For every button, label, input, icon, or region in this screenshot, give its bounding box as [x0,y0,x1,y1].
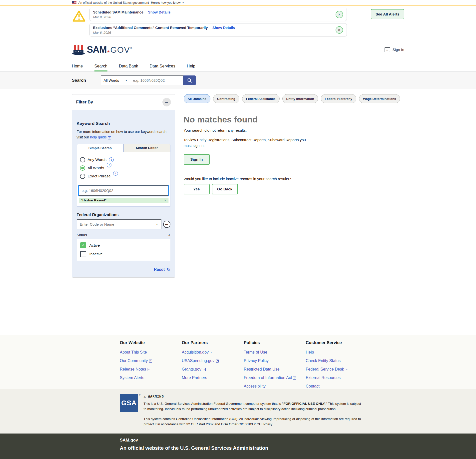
footer-link-our-community[interactable]: Our Community↗ [120,358,182,363]
search-band-label: Search [72,78,101,83]
footer-link-release-notes[interactable]: Release Notes↗ [120,367,182,372]
domain-tab-entity-information[interactable]: Entity Information [282,94,318,103]
alert-show-details-link[interactable]: Show Details [212,26,235,30]
radio-all-words-label: All Words [88,166,104,170]
no-results-message: Your search did not return any results. [184,128,404,132]
domain-tab-all-domains[interactable]: All Domains [184,94,210,103]
footer-link-restricted-data-use[interactable]: Restricted Data Use [244,367,306,372]
footer-link-grants-gov[interactable]: Grants.gov↗ [182,367,244,372]
help-guide-link[interactable]: help guide [90,135,107,139]
search-mode-select[interactable]: All Words ▼ [101,75,130,85]
see-all-alerts-button[interactable]: See All Alerts [371,9,404,19]
site-bottom-bar: SAM.gov An official website of the U.S. … [0,434,476,459]
footer-link-help[interactable]: Help [306,350,368,355]
footer-link-system-alerts[interactable]: System Alerts [120,375,182,380]
search-input[interactable] [130,75,183,85]
filter-panel-title: Filter By [76,100,93,105]
footer-column-title: Our Partners [182,340,244,345]
alert-card: Exclusions “Additional Comments” Content… [89,23,347,36]
sign-in-required-message: To view Entity Registrations, Subcontrac… [184,137,309,149]
results-sign-in-button[interactable]: Sign In [184,154,210,165]
keyword-search-title: Keyword Search [77,121,170,126]
keyword-input[interactable] [79,185,168,196]
footer-link-accessibility[interactable]: Accessibility [244,384,306,389]
close-icon[interactable]: × [336,26,343,34]
external-link-icon: ↗ [210,351,213,354]
yes-button[interactable]: Yes [184,184,210,194]
chevron-up-icon: ∧ [168,233,170,237]
banner-how-link[interactable]: Here's how you know [151,1,180,4]
radio-exact-phrase[interactable] [80,174,85,179]
nav-item-data-bank[interactable]: Data Bank [119,61,138,71]
alert-title: Scheduled SAM Maintenance [93,10,143,14]
alert-date: Mar 6, 2026 [93,31,235,34]
bottom-tagline: An official website of the U.S. General … [120,445,404,451]
footer-column-policies: Policies Terms of Use Privacy Policy Res… [244,340,306,392]
us-flag-icon [72,1,76,4]
header-sign-in-link[interactable]: ← Sign In [385,47,404,52]
footer-link-external-resources[interactable]: External Resources [306,375,368,380]
main-content: Filter By – Keyword Search For more info… [0,89,476,335]
go-back-button[interactable]: Go Back [212,184,238,194]
status-options: ✓ Active Inactive [77,239,170,261]
registered-mark: ® [130,47,132,50]
gsa-logo[interactable]: GSA ® [120,394,138,412]
nav-item-search[interactable]: Search [94,61,107,71]
sam-gov-logo[interactable]: SAM ★ GOV ® [72,44,132,55]
external-link-icon: ↗ [345,368,348,371]
checkbox-inactive[interactable] [80,251,86,257]
reset-filters-link[interactable]: Reset ↻ [77,267,170,272]
nav-item-data-services[interactable]: Data Services [150,61,175,71]
domain-tab-federal-assistance[interactable]: Federal Assistance [242,94,280,103]
footer-link-check-entity-status[interactable]: Check Entity Status [306,358,368,363]
footer-link-acquisition-gov[interactable]: Acquisition.gov↗ [182,350,244,355]
footer-link-federal-service-desk[interactable]: Federal Service Desk↗ [306,367,368,372]
info-icon[interactable]: i [113,171,118,176]
inactive-records-question: Would you like to include inactive recor… [184,177,404,181]
federal-orgs-placeholder: Enter Code or Name [80,222,114,226]
filter-panel: Filter By – Keyword Search For more info… [72,94,175,278]
footer-column-our-website: Our Website About This Site Our Communit… [120,340,182,392]
chevron-down-icon: ▾ [183,1,184,4]
nav-item-help[interactable]: Help [187,61,195,71]
domain-tab-wage-determinations[interactable]: Wage Determinations [359,94,400,103]
alert-card: Scheduled SAM Maintenance Show Details M… [89,8,347,21]
primary-nav: Home Search Data Bank Data Services Help [0,61,476,72]
info-icon[interactable]: i [107,163,111,167]
reset-label: Reset [154,267,165,272]
footer-link-foia[interactable]: Freedom of Information Act↗ [244,375,306,380]
status-section-toggle[interactable]: Status ∧ [77,233,170,237]
collapse-filters-button[interactable]: – [162,98,171,106]
close-icon[interactable]: × [336,11,343,18]
alert-title: Exclusions “Additional Comments” Content… [93,26,208,30]
brand-gov: GOV [110,45,130,55]
footer-link-privacy-policy[interactable]: Privacy Policy [244,358,306,363]
footer-link-more-partners[interactable]: More Partners [182,375,244,380]
alerts-section: Scheduled SAM Maintenance Show Details M… [0,6,476,38]
federal-orgs-select[interactable]: Enter Code or Name ▼ [77,219,162,229]
tab-simple-search[interactable]: Simple Search [77,144,124,152]
domain-tab-contracting[interactable]: Contracting [213,94,239,103]
footer-link-usaspending-gov[interactable]: USASpending.gov↗ [182,358,244,363]
external-link-icon: ↗ [203,368,206,371]
domain-tab-federal-hierarchy[interactable]: Federal Hierarchy [321,94,356,103]
federal-orgs-more-button[interactable]: … [163,221,170,228]
search-button[interactable] [183,75,196,85]
footer-column-our-partners: Our Partners Acquisition.gov↗ USASpendin… [182,340,244,392]
radio-any-words[interactable] [80,157,85,162]
checkbox-active[interactable]: ✓ [80,242,86,248]
federal-orgs-title: Federal Organizations [77,213,170,217]
results-panel: All Domains Contracting Federal Assistan… [184,94,404,194]
footer-link-about-this-site[interactable]: About This Site [120,350,182,355]
chip-close-icon[interactable]: × [164,198,166,202]
footer-link-contact[interactable]: Contact [306,384,368,389]
radio-all-words[interactable] [80,165,85,171]
external-link-icon: ↗ [293,377,296,380]
nav-item-home[interactable]: Home [72,61,83,71]
brand-sam: SAM [87,44,107,55]
alert-show-details-link[interactable]: Show Details [148,10,170,14]
footer-link-terms-of-use[interactable]: Terms of Use [244,350,306,355]
info-icon[interactable]: i [109,157,114,162]
search-mode-value: All Words [104,78,119,82]
tab-search-editor[interactable]: Search Editor [124,144,170,152]
